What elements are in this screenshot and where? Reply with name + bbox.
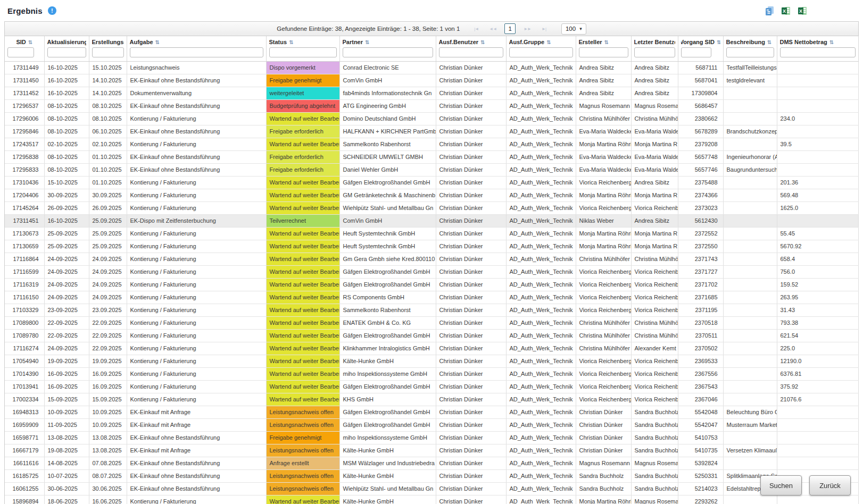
status-badge[interactable]: Wartend auf weiter Bearbei xyxy=(266,112,339,125)
table-row[interactable]: 1711615024-09-202524.09.2025Kontierung /… xyxy=(5,291,858,304)
table-cell[interactable]: 24.09.2025 xyxy=(89,253,127,265)
table-cell[interactable]: Andrea Sibitz xyxy=(631,61,678,74)
table-cell[interactable]: 5410753 xyxy=(678,431,723,444)
table-row[interactable]: 1711686424-09-202524.09.2025Kontierung /… xyxy=(5,253,858,265)
table-cell[interactable]: AD_Auth_Werk_Technik xyxy=(506,406,576,418)
table-cell[interactable]: 5687111 xyxy=(678,61,723,74)
table-row[interactable]: 1711627424-09-202522.09.2025Kontierung /… xyxy=(5,342,858,355)
table-cell[interactable]: Gäfgen Elektrogroßhandel GmbH xyxy=(339,329,436,342)
table-cell[interactable]: Sandra Buchholz xyxy=(631,418,678,431)
table-cell[interactable]: Viorica Reichenberg xyxy=(576,355,631,367)
table-cell[interactable]: RS Components GmbH xyxy=(339,291,436,304)
table-cell[interactable]: Viorica Reichenb xyxy=(631,291,678,304)
table-cell[interactable]: Sandra Buchholz xyxy=(631,469,678,482)
column-sort-label[interactable]: Aufgabe⇅ xyxy=(130,38,263,46)
table-cell[interactable]: 31.43 xyxy=(777,304,858,316)
table-cell[interactable]: AD_Auth_Werk_Technik xyxy=(506,355,576,367)
table-cell[interactable]: AD_Auth_Werk_Technik xyxy=(506,253,576,265)
table-cell[interactable]: Kälte-Hunke GmbH xyxy=(339,469,436,482)
table-cell[interactable] xyxy=(723,189,777,201)
table-cell[interactable]: Christian Dünker xyxy=(436,304,506,316)
table-cell[interactable]: Christian Dünker xyxy=(436,163,506,176)
table-cell[interactable]: Christian Dünker xyxy=(436,227,506,240)
table-row[interactable]: 1659877113-08-202513.08.2025EK-Einkauf o… xyxy=(5,431,858,444)
status-badge[interactable]: Wartend auf weiter Bearbei xyxy=(266,329,339,342)
table-cell[interactable]: Kontierung / Fakturierung xyxy=(127,495,266,504)
status-badge[interactable]: Wartend auf weiter Bearbei xyxy=(266,393,339,406)
table-cell[interactable]: Christian Dünker xyxy=(436,240,506,253)
table-cell[interactable]: AD_Auth_Werk_Technik xyxy=(506,457,576,469)
table-cell[interactable] xyxy=(777,125,858,138)
table-cell[interactable]: Christian Dünker xyxy=(436,214,506,227)
table-cell[interactable]: 159.52 xyxy=(777,278,858,291)
table-cell[interactable]: 15.10.2025 xyxy=(89,61,127,74)
table-cell[interactable]: 2373023 xyxy=(678,201,723,214)
table-cell[interactable]: Christina Mühlhöfer xyxy=(576,329,631,342)
table-cell[interactable]: 658.4 xyxy=(777,253,858,265)
status-badge[interactable]: weitergeleitet xyxy=(266,87,339,99)
table-cell[interactable]: 26-09-2025 xyxy=(44,201,89,214)
table-cell[interactable]: 23-09-2025 xyxy=(44,304,89,316)
table-cell[interactable]: 17130659 xyxy=(5,240,44,253)
table-cell[interactable]: Monja Martina R xyxy=(631,240,678,253)
table-cell[interactable]: 17103329 xyxy=(5,304,44,316)
table-cell[interactable]: 08-10-2025 xyxy=(44,163,89,176)
table-cell[interactable]: 17116599 xyxy=(5,265,44,278)
table-cell[interactable]: SCHNEIDER UMWELT GMBH xyxy=(339,150,436,163)
table-cell[interactable]: 263.95 xyxy=(777,291,858,304)
table-cell[interactable]: 19-08-2025 xyxy=(44,444,89,457)
status-badge[interactable]: Wartend auf weiter Bearbei xyxy=(266,240,339,253)
table-row[interactable]: 1711659924-09-202524.09.2025Kontierung /… xyxy=(5,265,858,278)
table-cell[interactable]: 22.09.2025 xyxy=(89,342,127,355)
status-badge[interactable]: Dispo vorgemerkt xyxy=(266,61,339,74)
table-cell[interactable]: 225.0 xyxy=(777,342,858,355)
table-cell[interactable]: EK-Einkauf ohne Bestandsführung xyxy=(127,457,266,469)
table-cell[interactable]: Magnus Rosema xyxy=(631,457,678,469)
table-cell[interactable]: ATG Engineering GmbH xyxy=(339,99,436,112)
table-row[interactable]: 1729584608-10-202506.10.2025EK-Einkauf o… xyxy=(5,125,858,138)
table-cell[interactable]: 13-08-2025 xyxy=(44,431,89,444)
table-cell[interactable]: Monja Martina R xyxy=(631,227,678,240)
table-cell[interactable]: 01.10.2025 xyxy=(89,150,127,163)
table-cell[interactable]: Kontierung / Fakturierung xyxy=(127,201,266,214)
table-cell[interactable]: 17089800 xyxy=(5,316,44,329)
table-cell[interactable]: 17002334 xyxy=(5,393,44,406)
table-cell[interactable] xyxy=(777,87,858,99)
table-cell[interactable]: Gäfgen Elektrogroßhandel GmbH xyxy=(339,418,436,431)
table-cell[interactable]: Ingenieurhonorar (A xyxy=(723,150,777,163)
table-cell[interactable]: AD_Auth_Werk_Technik xyxy=(506,444,576,457)
status-badge[interactable]: Wartend auf weiter Bearbei xyxy=(266,355,339,367)
table-cell[interactable]: Monja Martina Röhri xyxy=(576,189,631,201)
table-cell[interactable]: 30-06-2025 xyxy=(44,482,89,495)
table-cell[interactable]: AD_Auth_Werk_Technik xyxy=(506,163,576,176)
table-cell[interactable]: Sandra Buchholz xyxy=(631,482,678,495)
table-cell[interactable]: Viorica Reichenberg xyxy=(576,265,631,278)
table-cell[interactable]: 16-09-2025 xyxy=(44,367,89,380)
table-row[interactable]: 1618572510-07-202508.07.2025EK-Einkauf o… xyxy=(5,469,858,482)
status-badge[interactable]: Wartend auf weiter Bearbei xyxy=(266,316,339,329)
table-cell[interactable]: 5392824 xyxy=(678,457,723,469)
table-cell[interactable]: 22-09-2025 xyxy=(44,316,89,329)
column-sort-label[interactable]: SID⇅ xyxy=(7,38,42,46)
table-cell[interactable]: 23.09.2025 xyxy=(89,304,127,316)
table-cell[interactable]: 16061255 xyxy=(5,482,44,495)
table-cell[interactable]: Christian Dünker xyxy=(576,418,631,431)
table-cell[interactable]: 21076.6 xyxy=(777,393,858,406)
table-cell[interactable]: AD_Auth_Werk_Technik xyxy=(506,418,576,431)
table-cell[interactable]: Kontierung / Fakturierung xyxy=(127,265,266,278)
table-cell[interactable]: Viorica Reichenb xyxy=(631,265,678,278)
table-cell[interactable]: AD_Auth_Werk_Technik xyxy=(506,99,576,112)
table-cell[interactable]: 17311451 xyxy=(5,214,44,227)
table-cell[interactable]: 569.48 xyxy=(777,189,858,201)
table-cell[interactable]: Christian Dünker xyxy=(436,469,506,482)
status-badge[interactable]: Wartend auf weiter Bearbei xyxy=(266,367,339,380)
table-cell[interactable]: Monja Martina Röhri xyxy=(576,138,631,150)
table-cell[interactable]: 16959909 xyxy=(5,418,44,431)
table-cell[interactable]: Christina Mühlhöfer xyxy=(576,316,631,329)
table-cell[interactable] xyxy=(723,431,777,444)
table-cell[interactable]: Christian Dünker xyxy=(436,380,506,393)
table-cell[interactable]: Viorica Reichenberg xyxy=(576,304,631,316)
table-cell[interactable]: 22.09.2025 xyxy=(89,316,127,329)
table-cell[interactable]: 17054940 xyxy=(5,355,44,367)
table-cell[interactable]: AD_Auth_Werk_Technik xyxy=(506,495,576,504)
